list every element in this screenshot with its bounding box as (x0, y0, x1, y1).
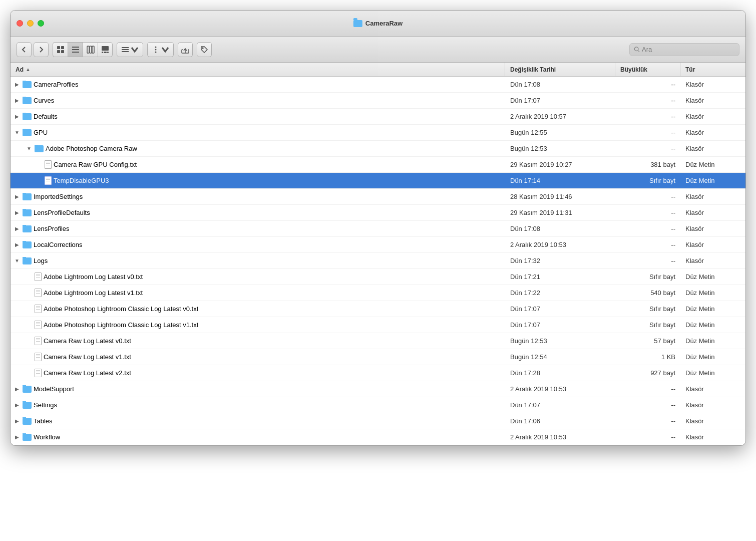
table-row[interactable]: ▼LogsDün 17:32--Klasör (11, 253, 745, 269)
table-row[interactable]: Adobe Lightroom Log Latest v0.txtDün 17:… (11, 269, 745, 285)
table-row[interactable]: ▶CameraProfilesDün 17:08--Klasör (11, 77, 745, 93)
table-row[interactable]: Camera Raw GPU Config.txt29 Kasım 2019 1… (11, 157, 745, 173)
expand-arrow-icon[interactable]: ▼ (14, 257, 21, 264)
table-row[interactable]: ▶SettingsDün 17:07--Klasör (11, 397, 745, 413)
folder-icon (23, 402, 32, 409)
folder-icon (23, 129, 32, 136)
file-date: Dün 17:08 (505, 225, 615, 232)
file-size: Sıfır bayt (615, 321, 680, 329)
column-view-button[interactable] (83, 42, 98, 57)
expand-arrow-icon[interactable]: ▶ (14, 97, 21, 104)
file-type: Klasör (680, 385, 745, 393)
folder-icon (23, 209, 32, 216)
file-name-text: Settings (34, 401, 57, 409)
col-header-modified[interactable]: Değişiklik Tarihi (505, 63, 615, 76)
expand-arrow-icon[interactable]: ▶ (14, 193, 21, 200)
search-input[interactable] (642, 46, 735, 53)
table-row[interactable]: ▼Adobe Photoshop Camera RawBugün 12:53--… (11, 141, 745, 157)
col-header-name[interactable]: Ad ▲ (11, 63, 505, 76)
file-name-cell: Camera Raw Log Latest v0.txt (11, 337, 505, 345)
file-size: Sıfır bayt (615, 273, 680, 281)
expand-arrow-icon[interactable]: ▶ (14, 113, 21, 120)
file-date: Dün 17:06 (505, 417, 615, 425)
file-icon (35, 273, 42, 281)
file-date: 29 Kasım 2019 11:31 (505, 209, 615, 216)
svg-rect-12 (102, 52, 103, 53)
table-row[interactable]: Adobe Photoshop Lightroom Classic Log La… (11, 317, 745, 333)
svg-rect-9 (92, 46, 94, 53)
table-row[interactable]: Camera Raw Log Latest v1.txtBugün 12:541… (11, 349, 745, 365)
file-name-cell: ▶LensProfiles (11, 225, 505, 232)
expand-arrow-icon[interactable]: ▶ (14, 418, 21, 425)
table-row[interactable]: Camera Raw Log Latest v2.txtDün 17:28927… (11, 365, 745, 381)
file-name-text: LensProfiles (34, 225, 70, 232)
table-row[interactable]: ▶CurvesDün 17:07--Klasör (11, 93, 745, 109)
expand-arrow-icon[interactable]: ▶ (14, 241, 21, 248)
table-row[interactable]: ▶ModelSupport2 Aralık 2019 10:53--Klasör (11, 381, 745, 397)
table-row[interactable]: ▼GPUBugün 12:55--Klasör (11, 125, 745, 141)
action-button[interactable] (147, 42, 174, 57)
expand-arrow-icon[interactable]: ▶ (14, 386, 21, 393)
file-name-cell: ▶Defaults (11, 113, 505, 120)
file-name-text: LensProfileDefaults (34, 209, 90, 216)
list-view-button[interactable] (68, 42, 83, 57)
minimize-button[interactable] (27, 20, 34, 27)
expand-arrow-icon[interactable]: ▶ (14, 402, 21, 409)
file-name-text: ModelSupport (34, 385, 74, 393)
file-type: Düz Metin (680, 273, 745, 281)
table-row[interactable]: TempDisableGPU3Dün 17:14Sıfır baytDüz Me… (11, 173, 745, 189)
close-button[interactable] (17, 20, 23, 27)
file-type: Düz Metin (680, 161, 745, 168)
tag-button[interactable] (197, 42, 212, 57)
file-name-cell: ▶CameraProfiles (11, 81, 505, 88)
table-row[interactable]: ▶TablesDün 17:06--Klasör (11, 413, 745, 429)
file-name-cell: ▼Logs (11, 257, 505, 264)
svg-point-19 (155, 51, 157, 53)
back-button[interactable] (17, 42, 32, 57)
expand-arrow-icon[interactable]: ▶ (14, 225, 21, 232)
expand-arrow-icon[interactable]: ▶ (14, 81, 21, 88)
file-name-cell: ▶ModelSupport (11, 385, 505, 393)
col-header-type[interactable]: Tür (680, 63, 745, 76)
maximize-button[interactable] (38, 20, 44, 27)
icon-view-button[interactable] (53, 42, 68, 57)
search-box[interactable] (629, 43, 739, 56)
svg-line-23 (638, 51, 639, 52)
file-name-text: Workflow (34, 433, 60, 441)
forward-button[interactable] (34, 42, 49, 57)
file-type: Klasör (680, 193, 745, 200)
file-size: 1 KB (615, 353, 680, 361)
expand-arrow-icon[interactable]: ▼ (14, 129, 21, 136)
svg-rect-13 (107, 52, 109, 53)
svg-point-21 (202, 48, 203, 49)
svg-rect-2 (57, 50, 60, 53)
expand-arrow-icon[interactable]: ▶ (14, 434, 21, 441)
table-row[interactable]: ▶ImportedSettings28 Kasım 2019 11:46--Kl… (11, 189, 745, 205)
folder-icon (23, 225, 32, 232)
table-row[interactable]: Adobe Lightroom Log Latest v1.txtDün 17:… (11, 285, 745, 301)
file-type: Klasör (680, 257, 745, 264)
file-name-text: Logs (34, 257, 48, 264)
gallery-view-button[interactable] (98, 42, 113, 57)
table-row[interactable]: ▶Workflow2 Aralık 2019 10:53--Klasör (11, 429, 745, 445)
expand-arrow-icon[interactable]: ▼ (26, 145, 33, 152)
svg-point-18 (155, 49, 157, 50)
table-row[interactable]: Camera Raw Log Latest v0.txtBugün 12:535… (11, 333, 745, 349)
share-button[interactable] (178, 42, 193, 57)
group-by-button[interactable] (117, 42, 143, 57)
traffic-lights (17, 20, 44, 27)
file-name-text: Adobe Photoshop Camera Raw (46, 145, 137, 152)
table-row[interactable]: ▶LensProfileDefaults29 Kasım 2019 11:31-… (11, 205, 745, 221)
table-row[interactable]: Adobe Photoshop Lightroom Classic Log La… (11, 301, 745, 317)
title-folder-icon (353, 20, 362, 27)
expand-arrow-icon[interactable]: ▶ (14, 209, 21, 216)
col-header-size[interactable]: Büyüklük (615, 63, 680, 76)
file-size: -- (615, 225, 680, 232)
table-row[interactable]: ▶LocalCorrections2 Aralık 2019 10:53--Kl… (11, 237, 745, 253)
file-size: -- (615, 97, 680, 104)
table-row[interactable]: ▶Defaults2 Aralık 2019 10:57--Klasör (11, 109, 745, 125)
file-type: Klasör (680, 145, 745, 152)
table-row[interactable]: ▶LensProfilesDün 17:08--Klasör (11, 221, 745, 237)
file-name-cell: ▶Tables (11, 417, 505, 425)
file-name-cell: ▶Workflow (11, 433, 505, 441)
